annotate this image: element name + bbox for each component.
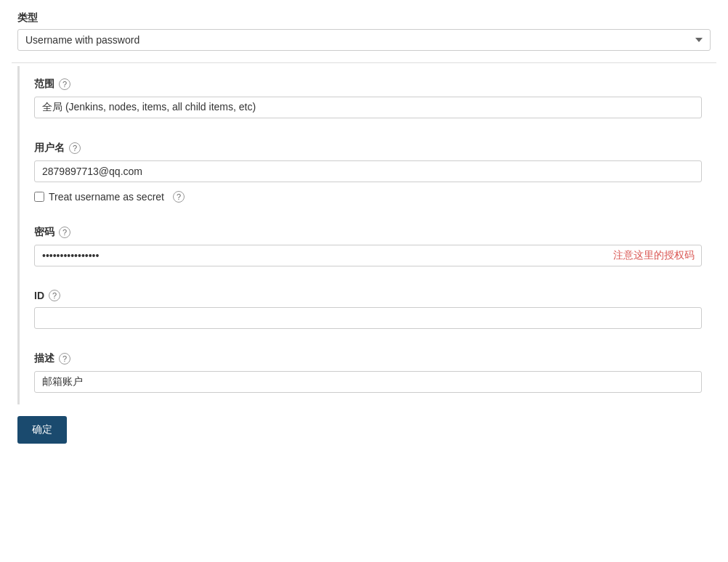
password-group: 密码 ? 注意这里的授权码 [17,214,716,278]
type-section: 类型 Username with password [12,12,716,51]
id-label-text: ID [34,290,44,301]
section-divider [12,62,716,63]
password-label-text: 密码 [34,226,54,239]
username-label-text: 用户名 [34,142,65,155]
password-help-icon[interactable]: ? [59,227,70,238]
submit-section: 确定 [12,404,716,449]
type-select[interactable]: Username with password [17,29,711,51]
password-input[interactable] [34,245,702,266]
id-group: ID ? [17,278,716,341]
type-label: 类型 [17,12,711,25]
id-help-icon[interactable]: ? [49,290,60,301]
treat-secret-checkbox[interactable] [34,192,44,202]
id-label-row: ID ? [34,290,702,301]
username-label-row: 用户名 ? [34,142,702,155]
scope-group: 范围 ? [17,66,716,130]
description-help-icon[interactable]: ? [59,353,70,365]
username-group: 用户名 ? Treat username as secret ? [17,130,716,214]
treat-secret-row: Treat username as secret ? [34,191,702,203]
treat-secret-checkbox-row: Treat username as secret ? [34,191,702,203]
scope-label-row: 范围 ? [34,78,702,91]
scope-label-text: 范围 [34,78,54,91]
submit-button[interactable]: 确定 [17,416,67,444]
id-input[interactable] [34,307,702,329]
description-label-text: 描述 [34,352,54,365]
description-group: 描述 ? [17,341,716,404]
scope-help-icon[interactable]: ? [59,78,70,90]
description-input[interactable] [34,371,702,393]
form-container: 类型 Username with password 范围 ? 用户名 ? Tre… [0,12,728,449]
treat-secret-help-icon[interactable]: ? [173,191,185,203]
username-input[interactable] [34,160,702,182]
username-help-icon[interactable]: ? [69,142,81,154]
scope-input[interactable] [34,97,702,118]
password-wrapper: 注意这里的授权码 [34,245,702,266]
treat-secret-label: Treat username as secret [49,191,164,203]
password-label-row: 密码 ? [34,226,702,239]
description-label-row: 描述 ? [34,352,702,365]
